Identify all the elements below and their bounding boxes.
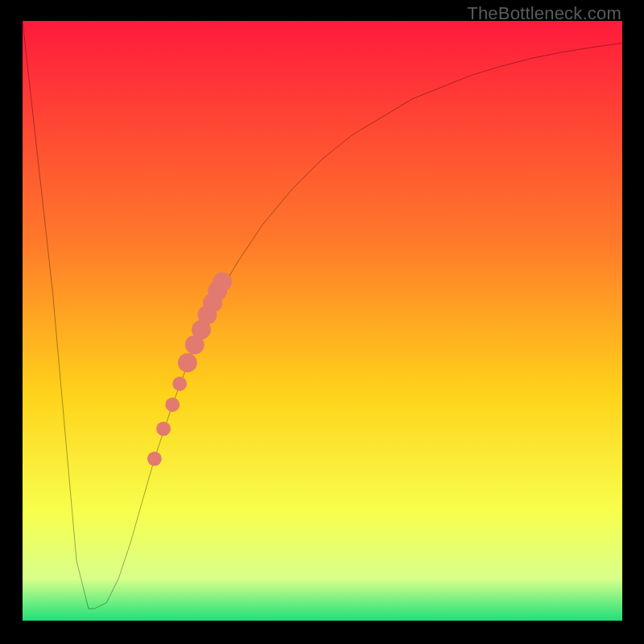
data-point-1 <box>156 422 171 436</box>
data-points-group <box>147 272 232 466</box>
plot-area <box>23 21 622 621</box>
data-point-0 <box>147 452 162 466</box>
data-point-4 <box>178 353 197 373</box>
bottleneck-curve <box>23 21 622 609</box>
watermark-text: TheBottleneck.com <box>467 3 621 24</box>
curve-layer <box>23 21 622 621</box>
data-point-3 <box>172 377 187 391</box>
data-point-2 <box>165 398 180 412</box>
data-point-10 <box>213 272 232 291</box>
chart-frame: TheBottleneck.com <box>0 0 644 644</box>
